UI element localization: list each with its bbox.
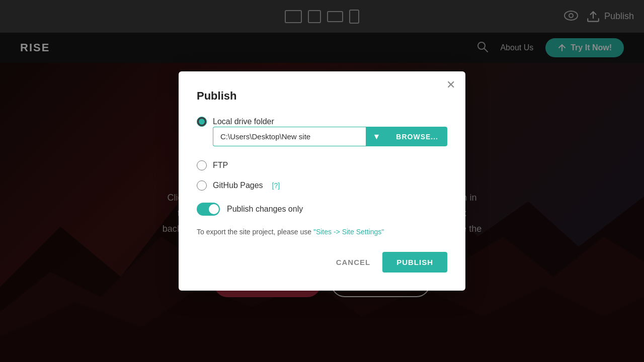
modal-overlay: Publish ✕ Local drive folder ▼ BROWSE... xyxy=(0,0,644,362)
ftp-option[interactable]: FTP xyxy=(197,160,447,170)
github-option[interactable]: GitHub Pages [?] xyxy=(197,180,447,191)
toggle-row: Publish changes only xyxy=(197,203,447,216)
github-label: GitHub Pages xyxy=(213,181,263,190)
file-path-input[interactable] xyxy=(213,127,366,146)
ftp-radio[interactable] xyxy=(197,160,207,170)
modal-title: Publish xyxy=(197,89,447,103)
github-help-link[interactable]: [?] xyxy=(272,182,280,190)
browse-button[interactable]: BROWSE... xyxy=(387,127,447,146)
local-drive-label: Local drive folder xyxy=(213,117,274,126)
publish-modal: Publish ✕ Local drive folder ▼ BROWSE... xyxy=(179,71,465,291)
local-drive-radio[interactable] xyxy=(197,117,207,127)
option-local-drive: Local drive folder ▼ BROWSE... xyxy=(197,117,447,150)
export-note: To export the site project, please use "… xyxy=(197,228,447,236)
local-drive-option[interactable]: Local drive folder xyxy=(197,117,447,127)
publish-changes-toggle[interactable] xyxy=(197,203,220,216)
site-settings-link[interactable]: "Sites -> Site Settings" xyxy=(313,228,384,236)
modal-footer: CANCEL PUBLISH xyxy=(197,252,447,273)
github-radio[interactable] xyxy=(197,180,207,191)
publish-button[interactable]: PUBLISH xyxy=(382,252,447,273)
toggle-slider xyxy=(197,203,220,216)
publish-options: Local drive folder ▼ BROWSE... FTP GitHu… xyxy=(197,117,447,191)
cancel-button[interactable]: CANCEL xyxy=(332,253,375,272)
modal-close-button[interactable]: ✕ xyxy=(446,79,455,90)
file-path-row: ▼ BROWSE... xyxy=(213,127,447,146)
file-path-dropdown-button[interactable]: ▼ xyxy=(366,127,387,146)
export-note-prefix: To export the site project, please use xyxy=(197,228,313,236)
toggle-label: Publish changes only xyxy=(227,205,303,214)
ftp-label: FTP xyxy=(213,161,228,170)
